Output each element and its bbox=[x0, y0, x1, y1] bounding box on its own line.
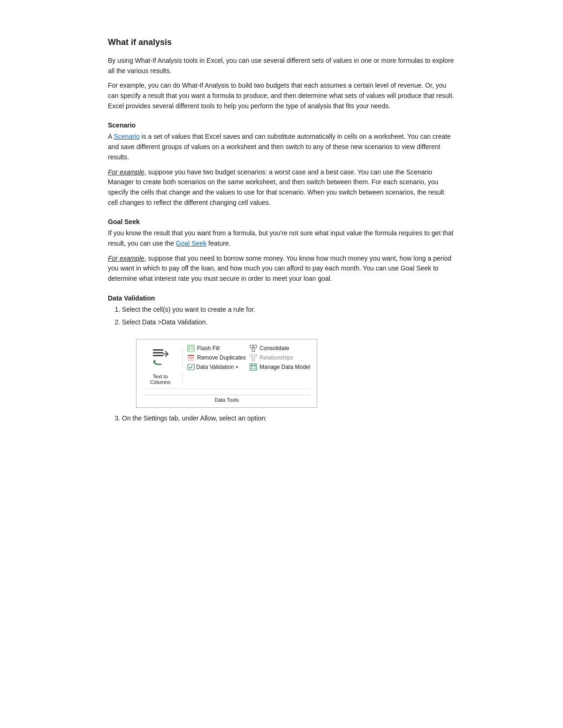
data-validation-heading: Data Validation bbox=[108, 294, 455, 302]
data-validation-label: Data Validation bbox=[196, 364, 234, 370]
remove-duplicates-label: Remove Duplicates bbox=[197, 354, 246, 361]
consolidate-label: Consolidate bbox=[259, 345, 289, 352]
step-2: Select Data >Data Validation. bbox=[122, 317, 455, 328]
intro-p2: For example, you can do What-If Analysis… bbox=[108, 81, 455, 111]
data-tools-box: Text to Columns Flash Fill bbox=[136, 339, 317, 408]
svg-rect-6 bbox=[191, 346, 193, 347]
goal-seek-example-label: For example bbox=[108, 255, 145, 262]
svg-rect-25 bbox=[254, 368, 256, 369]
goal-seek-link[interactable]: Goal Seek bbox=[176, 240, 206, 247]
svg-rect-17 bbox=[252, 359, 255, 361]
svg-rect-24 bbox=[251, 368, 253, 369]
step-3-list: On the Settings tab, under Allow, select… bbox=[122, 413, 455, 424]
svg-rect-14 bbox=[188, 360, 194, 361]
page-container: What if analysis By using What-If Analys… bbox=[80, 0, 483, 472]
relationships-icon bbox=[250, 354, 257, 361]
page-title: What if analysis bbox=[108, 38, 455, 47]
intro-p1: By using What-If Analysis tools in Excel… bbox=[108, 56, 455, 76]
consolidate-icon bbox=[250, 345, 257, 352]
svg-rect-0 bbox=[153, 349, 163, 351]
manage-data-model-icon bbox=[250, 363, 257, 371]
data-validation-steps: Select the cell(s) you want to create a … bbox=[122, 305, 455, 328]
svg-rect-2 bbox=[153, 355, 163, 356]
data-tools-footer: Data Tools bbox=[143, 395, 310, 403]
svg-rect-23 bbox=[254, 365, 256, 367]
scenario-heading: Scenario bbox=[108, 121, 455, 129]
svg-rect-10 bbox=[254, 345, 257, 348]
consolidate-item: Consolidate bbox=[250, 344, 310, 353]
goal-seek-p2: For example, suppose that you need to bo… bbox=[108, 254, 455, 284]
svg-rect-22 bbox=[251, 365, 253, 367]
svg-rect-9 bbox=[250, 345, 253, 348]
data-validation-item: Data Validation ▾ bbox=[187, 363, 248, 371]
relationships-label: Relationships bbox=[259, 354, 293, 361]
flash-fill-icon bbox=[187, 345, 195, 352]
manage-data-model-label: Manage Data Model bbox=[259, 364, 310, 370]
remove-duplicates-item: Remove Duplicates bbox=[187, 353, 248, 362]
scenario-link[interactable]: Scenario bbox=[114, 133, 139, 140]
scenario-section: Scenario A Scenario is a set of values t… bbox=[108, 121, 455, 208]
scenario-p2: For example, suppose you have two budget… bbox=[108, 167, 455, 208]
relationships-item: Relationships bbox=[250, 353, 310, 362]
text-to-columns-icon-area bbox=[143, 347, 183, 368]
svg-rect-13 bbox=[188, 357, 194, 359]
svg-rect-16 bbox=[254, 354, 257, 357]
data-tools-grid: Text to Columns Flash Fill bbox=[143, 344, 310, 403]
scenario-example-label: For example bbox=[108, 168, 145, 176]
svg-rect-8 bbox=[191, 348, 193, 350]
data-validation-dropdown-icon: ▾ bbox=[236, 365, 238, 369]
svg-rect-11 bbox=[252, 349, 255, 352]
step-1: Select the cell(s) you want to create a … bbox=[122, 305, 455, 315]
svg-rect-7 bbox=[189, 348, 190, 350]
flash-fill-label: Flash Fill bbox=[197, 345, 220, 352]
intro-section: By using What-If Analysis tools in Excel… bbox=[108, 56, 455, 111]
manage-data-model-item: Manage Data Model bbox=[250, 363, 310, 371]
scenario-p1: A Scenario is a set of values that Excel… bbox=[108, 132, 455, 162]
data-validation-section: Data Validation Select the cell(s) you w… bbox=[108, 294, 455, 424]
tools-separator bbox=[143, 389, 310, 389]
goal-seek-section: Goal Seek If you know the result that yo… bbox=[108, 218, 455, 284]
data-validation-icon bbox=[187, 363, 195, 371]
svg-rect-5 bbox=[189, 346, 190, 347]
svg-rect-1 bbox=[153, 352, 163, 353]
goal-seek-heading: Goal Seek bbox=[108, 218, 455, 225]
text-to-columns-icon bbox=[152, 347, 169, 368]
remove-duplicates-icon bbox=[187, 354, 195, 361]
goal-seek-p1: If you know the result that you want fro… bbox=[108, 228, 455, 248]
flash-fill-item: Flash Fill bbox=[187, 344, 248, 353]
svg-rect-15 bbox=[250, 354, 252, 357]
text-to-columns-label: Text to Columns bbox=[143, 372, 183, 385]
svg-rect-12 bbox=[188, 355, 194, 356]
step-3: On the Settings tab, under Allow, select… bbox=[122, 413, 455, 424]
